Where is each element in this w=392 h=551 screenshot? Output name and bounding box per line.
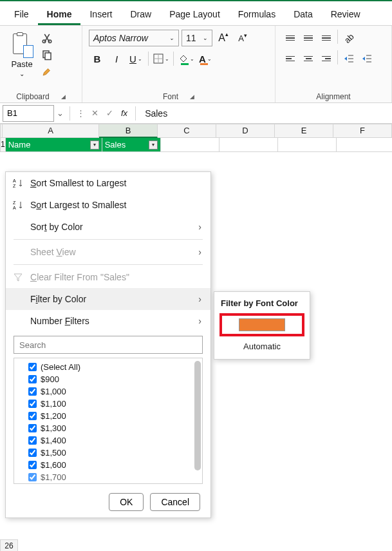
cell-d1[interactable] <box>219 138 278 152</box>
checklist-scrollbar[interactable] <box>194 361 201 470</box>
sort-smallest-largest[interactable]: AZ Sort Smallest to Largest <box>6 172 210 194</box>
ribbon: Paste ⌄ Clipboard◢ Aptos Narrow⌄ 11⌄ A▴ … <box>0 26 392 103</box>
group-clipboard: Paste ⌄ Clipboard◢ <box>0 26 82 102</box>
font-color-swatch[interactable] <box>239 318 285 331</box>
decrease-indent[interactable] <box>341 50 357 67</box>
name-box[interactable] <box>3 105 54 122</box>
align-bottom[interactable] <box>318 30 335 46</box>
check-item[interactable]: $1,100 <box>18 398 198 410</box>
format-painter-icon[interactable] <box>41 66 53 77</box>
svg-text:Z: Z <box>13 184 16 188</box>
cancel-formula-icon[interactable]: ✕ <box>88 108 102 118</box>
cell-a1[interactable]: Name ▾ <box>6 138 102 152</box>
check-select-all[interactable]: (Select All) <box>18 361 198 373</box>
sort-asc-icon: AZ <box>12 177 24 189</box>
font-group-label: Font <box>163 92 178 101</box>
font-size-combo[interactable]: 11⌄ <box>182 30 212 46</box>
filter-dropdown: AZ Sort Smallest to Largest ZA Sort Larg… <box>5 171 211 518</box>
row-header-26[interactable]: 26 <box>0 539 18 551</box>
col-header-a[interactable]: A <box>3 124 99 138</box>
decrease-font-icon[interactable]: A▾ <box>234 30 251 46</box>
automatic-option[interactable]: Automatic <box>214 339 310 354</box>
filter-by-color[interactable]: Filter by Color › <box>6 288 210 310</box>
number-filters[interactable]: Number Filters › <box>6 310 210 332</box>
sort-desc-icon: ZA <box>12 199 24 211</box>
row-header-1[interactable]: 1 <box>0 138 6 152</box>
filter-handle-a[interactable]: ▾ <box>90 140 99 150</box>
clipboard-launcher-icon[interactable]: ◢ <box>61 93 66 100</box>
chevron-right-icon: › <box>198 316 201 326</box>
check-item[interactable]: $1,500 <box>18 447 198 459</box>
check-item[interactable]: $1,200 <box>18 410 198 422</box>
align-right[interactable] <box>318 50 335 67</box>
clear-filter-icon <box>12 271 24 283</box>
check-item[interactable]: $1,000 <box>18 385 198 398</box>
cancel-button[interactable]: Cancel <box>150 493 200 511</box>
paste-icon <box>10 32 33 58</box>
underline-button[interactable]: U⌄ <box>127 50 144 67</box>
col-header-e[interactable]: E <box>275 124 333 138</box>
cell-f1[interactable] <box>337 138 392 152</box>
menu-insert[interactable]: Insert <box>80 5 121 25</box>
menu-file[interactable]: File <box>5 5 38 25</box>
col-header-b[interactable]: B <box>99 124 158 138</box>
increase-font-icon[interactable]: A▴ <box>215 30 232 46</box>
paste-label: Paste <box>11 59 32 69</box>
orientation-button[interactable]: ab <box>341 30 357 46</box>
svg-rect-3 <box>45 53 51 60</box>
increase-indent[interactable] <box>359 50 375 67</box>
sort-largest-smallest[interactable]: ZA Sort Largest to Smallest <box>6 194 210 216</box>
col-header-d[interactable]: D <box>216 124 275 138</box>
svg-point-1 <box>48 40 51 43</box>
formula-input[interactable]: Sales <box>140 106 392 121</box>
ok-button[interactable]: OK <box>109 493 144 511</box>
bold-button[interactable]: B <box>89 50 106 67</box>
fx-icon[interactable]: fx <box>117 108 131 118</box>
paste-button[interactable]: Paste ⌄ <box>6 30 37 80</box>
name-box-dropdown[interactable]: ⌄ <box>54 108 66 118</box>
menubar: File Home Insert Draw Page Layout Formul… <box>0 1 392 26</box>
font-name-combo[interactable]: Aptos Narrow⌄ <box>89 30 179 46</box>
filter-handle-b[interactable]: ▾ <box>149 140 158 150</box>
menu-draw[interactable]: Draw <box>121 5 160 25</box>
svg-point-0 <box>42 40 46 43</box>
check-item[interactable]: $1,600 <box>18 459 198 471</box>
filter-search-input[interactable] <box>14 336 203 354</box>
group-font: Aptos Narrow⌄ 11⌄ A▴ A▾ B I U⌄ ⌄ ⌄ A⌄ Fo… <box>82 26 275 102</box>
col-header-c[interactable]: C <box>158 124 216 138</box>
menu-page-layout[interactable]: Page Layout <box>160 5 229 25</box>
check-item[interactable]: $900 <box>18 373 198 385</box>
align-center[interactable] <box>300 50 317 67</box>
menu-review[interactable]: Review <box>322 5 369 25</box>
fn-dots-icon[interactable]: ⋮ <box>74 108 88 118</box>
align-middle[interactable] <box>300 30 317 46</box>
menu-formulas[interactable]: Formulas <box>229 5 285 25</box>
check-item[interactable]: $1,300 <box>18 422 198 434</box>
cell-b1[interactable]: Sales ▾ <box>102 138 161 152</box>
cell-e1[interactable] <box>278 138 337 152</box>
submenu-title: Filter by Font Color <box>214 296 310 311</box>
copy-icon[interactable] <box>41 49 53 61</box>
menu-home[interactable]: Home <box>38 5 81 25</box>
filter-checklist: (Select All) $900 $1,000 $1,100 $1,200 $… <box>14 358 203 484</box>
fill-color-button[interactable]: ⌄ <box>178 50 194 67</box>
paste-dropdown[interactable]: ⌄ <box>19 70 24 77</box>
sort-by-color[interactable]: Sort by Color › <box>6 216 210 238</box>
check-item[interactable]: $1,400 <box>18 434 198 447</box>
col-header-f[interactable]: F <box>333 124 392 138</box>
italic-button[interactable]: I <box>108 50 125 67</box>
borders-button[interactable]: ⌄ <box>153 50 169 67</box>
chevron-right-icon: › <box>198 222 201 232</box>
cut-icon[interactable] <box>41 32 53 44</box>
align-top[interactable] <box>282 30 299 46</box>
check-item[interactable]: $1,700 <box>18 471 198 483</box>
align-left[interactable] <box>282 50 299 67</box>
filter-color-submenu: Filter by Font Color Automatic <box>214 291 310 360</box>
grid: A B C D E F 1 Name ▾ Sales ▾ <box>0 124 392 152</box>
enter-formula-icon[interactable]: ✓ <box>102 108 117 118</box>
menu-data[interactable]: Data <box>285 5 322 25</box>
clipboard-label: Clipboard <box>16 92 49 101</box>
font-launcher-icon[interactable]: ◢ <box>190 93 194 100</box>
cell-c1[interactable] <box>161 138 219 152</box>
font-color-button[interactable]: A⌄ <box>197 50 214 67</box>
